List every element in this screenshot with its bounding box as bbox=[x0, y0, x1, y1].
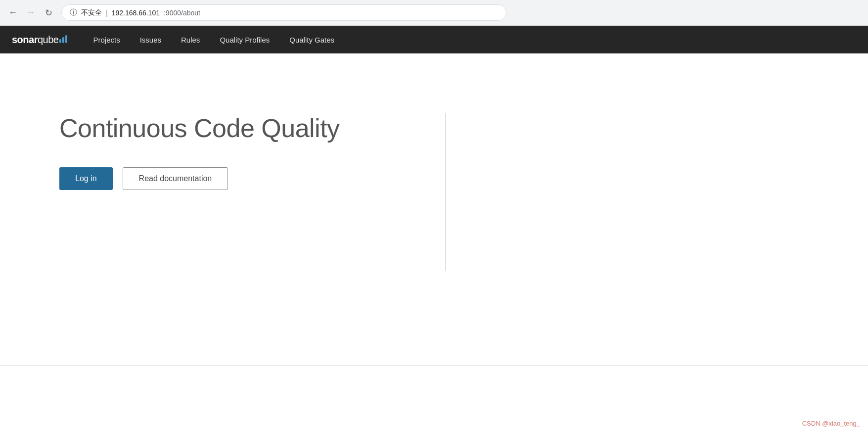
logo-text: sonarqube bbox=[12, 34, 58, 46]
logo[interactable]: sonarqube bbox=[12, 34, 67, 46]
read-docs-button[interactable]: Read documentation bbox=[123, 167, 228, 190]
nav-item-projects[interactable]: Projects bbox=[83, 26, 130, 53]
nav-item-quality-profiles[interactable]: Quality Profiles bbox=[210, 26, 279, 53]
address-bar[interactable]: ⓘ 不安全 | 192.168.66.101 :9000/about bbox=[61, 4, 506, 21]
url-domain: 192.168.66.101 bbox=[112, 9, 160, 17]
logo-qube: qube bbox=[38, 34, 59, 45]
logo-waves bbox=[59, 35, 67, 43]
back-button[interactable]: ← bbox=[6, 6, 20, 20]
browser-chrome: ← → ↻ ⓘ 不安全 | 192.168.66.101 :9000/about bbox=[0, 0, 868, 26]
hero-section: Continuous Code Quality Log in Read docu… bbox=[59, 113, 868, 190]
hero-left: Continuous Code Quality Log in Read docu… bbox=[59, 113, 340, 190]
footer-divider bbox=[0, 365, 868, 366]
hero-buttons: Log in Read documentation bbox=[59, 167, 340, 190]
app-navbar: sonarqube Projects Issues Rules Quality … bbox=[0, 26, 868, 53]
watermark: CSDN @xiao_teng_ bbox=[802, 420, 860, 427]
logo-sonar: sonar bbox=[12, 34, 38, 45]
forward-icon: → bbox=[26, 7, 35, 18]
hero-title: Continuous Code Quality bbox=[59, 113, 340, 144]
reload-icon: ↻ bbox=[45, 7, 52, 18]
nav-item-issues[interactable]: Issues bbox=[130, 26, 171, 53]
forward-button[interactable]: → bbox=[24, 6, 38, 20]
wave-1 bbox=[59, 39, 61, 43]
security-icon: ⓘ bbox=[70, 8, 77, 17]
nav-item-quality-gates[interactable]: Quality Gates bbox=[279, 26, 344, 53]
security-text: 不安全 bbox=[81, 8, 102, 17]
main-content: Continuous Code Quality Log in Read docu… bbox=[0, 53, 868, 435]
wave-2 bbox=[62, 37, 64, 43]
url-port-path: :9000/about bbox=[164, 9, 200, 17]
reload-button[interactable]: ↻ bbox=[42, 6, 55, 20]
nav-item-rules[interactable]: Rules bbox=[171, 26, 210, 53]
vertical-divider bbox=[445, 113, 446, 271]
browser-nav: ← → ↻ bbox=[6, 6, 55, 20]
nav-links: Projects Issues Rules Quality Profiles Q… bbox=[83, 26, 344, 53]
wave-3 bbox=[65, 35, 67, 43]
url-separator: | bbox=[106, 9, 108, 17]
login-button[interactable]: Log in bbox=[59, 167, 113, 190]
back-icon: ← bbox=[8, 7, 17, 18]
